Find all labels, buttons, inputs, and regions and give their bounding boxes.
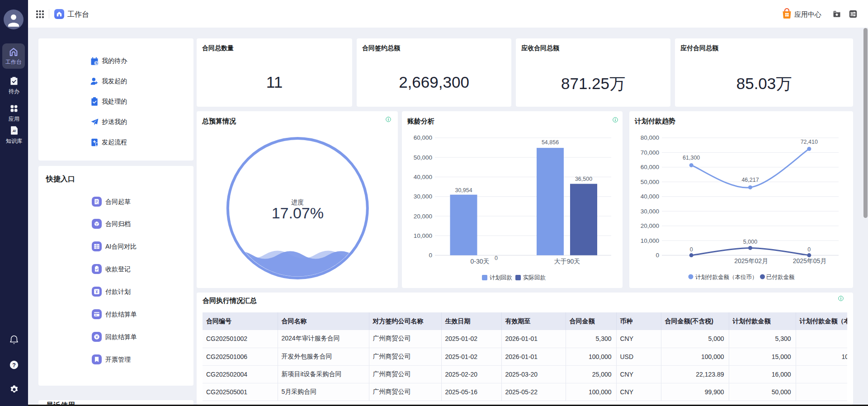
svg-text:10,000: 10,000 [641, 237, 659, 244]
svg-text:50,000: 50,000 [414, 154, 432, 161]
svg-text:2025年02月: 2025年02月 [734, 257, 768, 264]
svg-text:80,000: 80,000 [641, 134, 659, 141]
svg-text:40,000: 40,000 [641, 193, 659, 200]
svg-text:46,217: 46,217 [741, 177, 759, 183]
svg-text:计划付款金额（本位币）: 计划付款金额（本位币） [695, 274, 758, 280]
svg-text:54,856: 54,856 [542, 139, 559, 146]
svg-text:0: 0 [495, 255, 498, 261]
svg-text:30,000: 30,000 [641, 208, 659, 215]
svg-text:0: 0 [429, 252, 432, 259]
svg-text:0: 0 [690, 246, 693, 253]
svg-text:AI: AI [12, 129, 16, 132]
svg-text:0: 0 [807, 246, 811, 253]
svg-text:60,000: 60,000 [414, 134, 432, 141]
svg-text:?: ? [12, 362, 16, 368]
svg-text:17.07%: 17.07% [272, 204, 324, 222]
svg-text:2025年05月: 2025年05月 [793, 257, 827, 264]
svg-text:72,410: 72,410 [801, 139, 818, 145]
svg-text:10,000: 10,000 [414, 232, 432, 239]
svg-text:实际回款: 实际回款 [523, 274, 546, 281]
svg-text:70,000: 70,000 [641, 149, 659, 156]
svg-text:30,000: 30,000 [414, 193, 432, 200]
svg-text:60,000: 60,000 [641, 164, 659, 170]
svg-text:30,954: 30,954 [455, 187, 472, 194]
svg-text:5,000: 5,000 [743, 239, 757, 245]
svg-text:40,000: 40,000 [414, 174, 432, 180]
svg-text:20,000: 20,000 [414, 213, 432, 220]
svg-text:61,300: 61,300 [683, 155, 700, 161]
svg-text:计划回款: 计划回款 [490, 274, 513, 281]
svg-text:0-30天: 0-30天 [471, 258, 490, 265]
svg-text:36,500: 36,500 [575, 176, 592, 182]
svg-text:20,000: 20,000 [641, 222, 659, 229]
svg-text:0: 0 [656, 252, 659, 259]
svg-text:50,000: 50,000 [641, 179, 659, 185]
svg-text:大于90天: 大于90天 [554, 258, 580, 265]
svg-text:已付款金额: 已付款金额 [766, 274, 795, 280]
